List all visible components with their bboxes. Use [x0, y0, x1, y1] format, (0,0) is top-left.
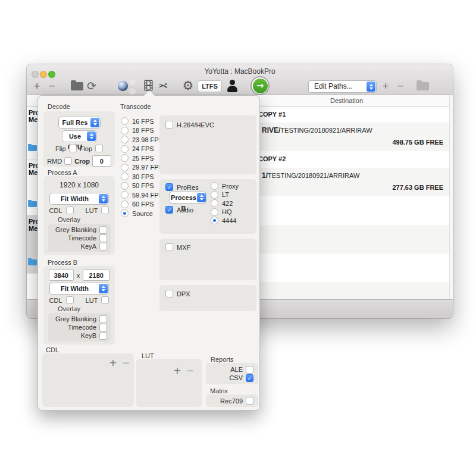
crop-field[interactable] — [92, 155, 111, 167]
lut-add-button[interactable]: + — [172, 364, 183, 378]
destination-folder-button[interactable] — [416, 82, 429, 90]
csv-checkbox[interactable] — [246, 374, 253, 382]
process-a-timecode-checkbox[interactable] — [99, 234, 107, 242]
run-button[interactable]: → — [250, 76, 270, 95]
process-b-fit-select[interactable]: Fit Width — [49, 283, 109, 295]
rmd-checkbox[interactable] — [64, 157, 72, 165]
prores-quality-list: Proxy LT 422 HQ 4444 — [211, 182, 239, 226]
cdl-label: CDL — [49, 207, 62, 214]
fps-25-radio[interactable] — [121, 154, 129, 162]
blue-folder-icon — [28, 259, 37, 265]
use-gpu-select[interactable]: Use GPU — [62, 130, 97, 142]
prores-group: ProRes Process B Audio Proxy LT 422 HQ 4… — [159, 179, 256, 234]
dpx-checkbox[interactable] — [165, 290, 173, 298]
h264-row: H.264/HEVC — [165, 121, 214, 129]
copy1-label: COPY #1 — [258, 111, 286, 118]
process-b-width-field[interactable] — [49, 270, 74, 281]
settings-button[interactable]: ⚙ — [181, 79, 195, 93]
hq-radio[interactable] — [211, 208, 218, 216]
scrollbar-gutter[interactable] — [449, 95, 453, 299]
destination-column-header: Destination — [244, 97, 449, 104]
decode-group: Full Res Use GPU Flip Flop RMD Crop — [43, 111, 115, 167]
audio-checkbox[interactable] — [165, 206, 173, 214]
fps-24-radio[interactable] — [121, 145, 129, 153]
prores-process-select[interactable]: Process B — [169, 192, 207, 203]
scissors-icon: ✂ — [158, 79, 168, 92]
refresh-button[interactable]: ⟳ — [85, 79, 98, 92]
full-res-select[interactable]: Full Res — [58, 117, 101, 129]
user-button[interactable] — [226, 80, 239, 93]
process-a-keya-checkbox[interactable] — [99, 243, 107, 250]
process-a-group: 1920 x 1080 Fit Width CDL LUT Overlay Gr… — [43, 176, 115, 255]
copy1-drive-name: RIVE/ — [262, 126, 280, 134]
fps-radio-list: 16 FPS 18 FPS 23.98 FPS 24 FPS 25 FPS 29… — [121, 117, 163, 219]
copy1-free-space: 498.75 GB FREE — [392, 139, 443, 146]
process-b-cdl-checkbox[interactable] — [66, 296, 74, 304]
keya-label: KeyA — [81, 243, 96, 250]
process-b-grey-blanking-checkbox[interactable] — [99, 315, 107, 323]
fps-16-radio[interactable] — [121, 117, 129, 125]
source-row-line2: Me — [29, 116, 37, 123]
ltfs-button[interactable]: LTFS — [198, 80, 222, 92]
popover-arrow-icon — [144, 90, 155, 96]
process-b-section-label: Process B — [48, 259, 77, 266]
process-a-grey-blanking-checkbox[interactable] — [99, 226, 107, 234]
flip-checkbox[interactable] — [69, 145, 77, 152]
process-a-fit-select[interactable]: Fit Width — [49, 193, 109, 205]
reports-group: ALE CSV — [206, 363, 258, 384]
process-b-timecode-checkbox[interactable] — [99, 324, 107, 331]
dpx-group: DPX — [159, 285, 256, 311]
edit-paths-select[interactable]: Edit Paths... — [308, 80, 377, 93]
trim-button[interactable]: ✂ — [156, 79, 170, 92]
select-stepper-icon — [367, 82, 375, 92]
add-destination-button[interactable]: + — [379, 80, 392, 93]
process-b-size-row: x — [43, 270, 115, 281]
open-folder-button[interactable] — [71, 82, 83, 90]
proxy-radio[interactable] — [211, 182, 218, 190]
process-b-lut-checkbox[interactable] — [101, 296, 109, 304]
rec709-checkbox[interactable] — [246, 397, 253, 405]
globe-icon[interactable] — [118, 81, 128, 91]
process-a-cdl-checkbox[interactable] — [66, 206, 74, 214]
q4444-radio[interactable] — [211, 217, 218, 224]
lut-label: LUT — [86, 297, 98, 304]
mxf-checkbox[interactable] — [165, 243, 173, 251]
transcode-section-label: Transcode — [120, 103, 151, 110]
fps-50-radio[interactable] — [121, 182, 129, 190]
flop-checkbox[interactable] — [95, 145, 103, 152]
fps-source-radio[interactable] — [121, 209, 129, 217]
process-b-height-field[interactable] — [83, 270, 109, 281]
fps-18-radio[interactable] — [121, 127, 129, 134]
ale-checkbox[interactable] — [246, 366, 253, 374]
status-dot-bottom — [129, 88, 136, 95]
q422-radio[interactable] — [211, 199, 218, 207]
grey-blanking-label: Grey Blanking — [55, 315, 96, 322]
fps-60-radio[interactable] — [121, 201, 129, 208]
fps-30-radio[interactable] — [121, 173, 129, 180]
fps-59-94-radio[interactable] — [121, 191, 129, 199]
run-arrow-icon: → — [253, 79, 268, 93]
prores-checkbox[interactable] — [165, 183, 173, 191]
lt-radio[interactable] — [211, 191, 218, 199]
h264-checkbox[interactable] — [165, 121, 173, 129]
cdl-add-button[interactable]: + — [108, 356, 118, 370]
process-b-cdl-lut-row: CDL LUT — [43, 296, 115, 304]
remove-destination-button[interactable]: − — [394, 80, 407, 93]
fps-29-97-radio[interactable] — [121, 164, 129, 171]
screen: YoYotta : MacBookPro + − ⟳ ✂ ⚙ — [0, 0, 476, 476]
add-job-button[interactable]: + — [30, 80, 43, 93]
cdl-remove-button[interactable]: − — [121, 356, 131, 370]
process-a-lut-checkbox[interactable] — [101, 206, 109, 214]
process-b-keyb-checkbox[interactable] — [99, 332, 107, 340]
remove-job-button[interactable]: − — [45, 80, 58, 93]
lut-remove-button[interactable]: − — [185, 364, 196, 378]
keyb-label: KeyB — [81, 332, 96, 339]
fps-23-98-radio[interactable] — [121, 136, 129, 143]
rmd-label: RMD — [47, 158, 62, 165]
blue-folder-icon — [28, 145, 37, 151]
select-stepper-icon — [99, 284, 108, 293]
h264-label: H.264/HEVC — [177, 121, 214, 129]
edit-paths-label: Edit Paths... — [314, 82, 353, 90]
process-a-overlay-label: Overlay — [58, 216, 80, 223]
blue-folder-icon — [28, 201, 37, 207]
